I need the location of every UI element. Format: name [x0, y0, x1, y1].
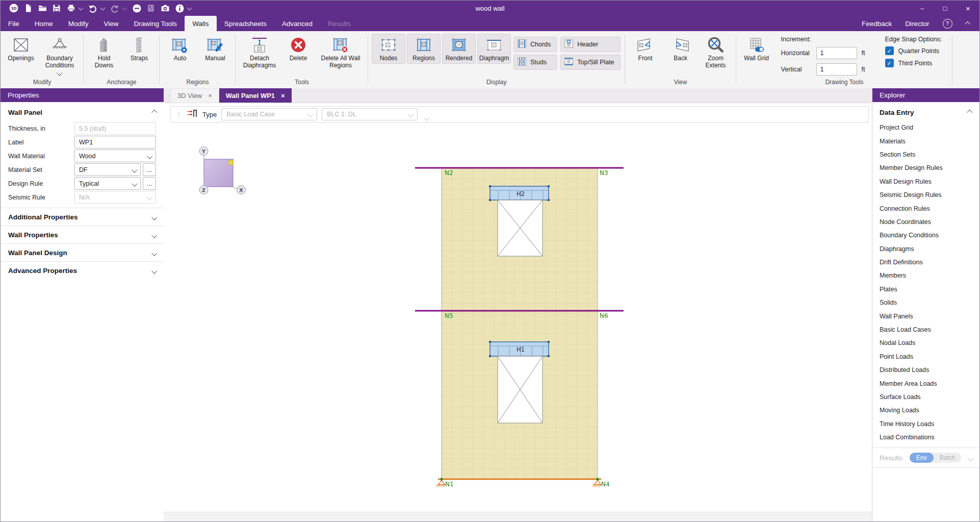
design-rule-select[interactable]: Typical — [74, 177, 141, 190]
explorer-item-moving-loads[interactable]: Moving Loads — [872, 404, 979, 417]
display-regions-toggle[interactable]: Regions — [407, 34, 441, 64]
menu-tab-drawing-tools[interactable]: Drawing Tools — [126, 16, 185, 31]
results-mode-toggle[interactable]: Env Batch — [910, 453, 961, 463]
print-dropdown-icon[interactable] — [79, 5, 84, 10]
openings-button[interactable]: Openings — [4, 34, 38, 64]
explorer-item-section-sets[interactable]: Section Sets — [872, 148, 979, 161]
delete-button[interactable]: Delete — [281, 34, 315, 64]
display-diaphragm-toggle[interactable]: Diaphragm — [477, 34, 511, 64]
close-3d-view-icon[interactable]: × — [208, 92, 212, 100]
explorer-item-time-history-loads[interactable]: Time History Loads — [872, 417, 979, 431]
report-icon[interactable] — [145, 3, 157, 14]
explorer-item-nodal-loads[interactable]: Nodal Loads — [872, 336, 979, 350]
menu-tab-home[interactable]: Home — [27, 16, 61, 31]
display-chords-toggle[interactable]: Chords — [513, 37, 557, 52]
header-h1[interactable]: H1 — [489, 341, 550, 357]
wall-panel-canvas[interactable]: ⋮ Type Basic Load Case BLC 1: DL — [164, 103, 872, 512]
explorer-item-surface-loads[interactable]: Surface Loads — [872, 390, 979, 404]
explorer-item-member-design-rules[interactable]: Member Design Rules — [872, 161, 979, 175]
front-view-button[interactable]: Front — [629, 34, 662, 64]
collapse-ribbon-icon[interactable] — [965, 22, 970, 28]
explorer-item-plates[interactable]: Plates — [872, 283, 979, 296]
display-studs-toggle[interactable]: Studs — [513, 55, 557, 70]
minimize-button[interactable]: – — [911, 1, 934, 16]
data-entry-section-header[interactable]: Data Entry — [872, 102, 979, 121]
explorer-item-solids[interactable]: Solids — [872, 296, 979, 309]
maximize-button[interactable]: □ — [934, 1, 957, 16]
results-batch-option[interactable]: Batch — [934, 453, 962, 463]
explorer-item-seismic-design-rules[interactable]: Seismic Design Rules — [872, 188, 979, 202]
info-dropdown-icon[interactable] — [187, 5, 192, 10]
wall-material-select[interactable]: Wood — [74, 150, 156, 162]
solve-minus-icon[interactable] — [131, 3, 143, 14]
advanced-properties-section[interactable]: Advanced Properties — [1, 261, 164, 279]
back-view-button[interactable]: Back — [664, 34, 698, 64]
close-wall-panel-wp1-icon[interactable]: × — [281, 92, 285, 100]
delete-all-wall-regions-button[interactable]: Delete All Wall Regions — [317, 34, 365, 71]
hold-downs-button[interactable]: Hold Downs — [87, 34, 121, 71]
tab-3d-view[interactable]: 3D View × — [170, 88, 219, 103]
camera-icon[interactable] — [159, 3, 171, 14]
menu-tab-file[interactable]: File — [1, 16, 27, 31]
info-icon[interactable] — [173, 3, 186, 14]
boundary-conditions-button[interactable]: Boundary Conditions — [39, 34, 80, 76]
explorer-item-materials[interactable]: Materials — [872, 134, 979, 147]
explorer-item-drift-definitions[interactable]: Drift Definitions — [872, 256, 979, 269]
additional-properties-section[interactable]: Additional Properties — [1, 208, 164, 226]
explorer-item-load-combinations[interactable]: Load Combinations — [872, 431, 979, 444]
material-set-more-button[interactable]: … — [143, 163, 156, 176]
menu-tab-modify[interactable]: Modify — [61, 16, 96, 31]
wall-panel-design-section[interactable]: Wall Panel Design — [1, 243, 164, 261]
results-expand-icon[interactable] — [968, 455, 973, 461]
explorer-item-wall-panels[interactable]: Wall Panels — [872, 309, 979, 322]
menu-tab-walls[interactable]: Walls — [185, 16, 217, 31]
toolbar-overflow-dropdown[interactable] — [422, 113, 431, 122]
design-rule-more-button[interactable]: … — [143, 177, 156, 190]
redo-icon[interactable] — [109, 3, 121, 14]
display-top-sill-plate-toggle[interactable]: Top/Sill Plate — [560, 55, 620, 70]
results-env-option[interactable]: Env — [910, 453, 934, 463]
zoom-extents-button[interactable]: Zoom Extents — [699, 34, 733, 71]
explorer-item-boundary-conditions[interactable]: Boundary Conditions — [872, 229, 979, 242]
horizontal-scrollbar[interactable] — [164, 512, 872, 521]
explorer-item-distributed-loads[interactable]: Distributed Loads — [872, 363, 979, 377]
explorer-item-project-grid[interactable]: Project Grid — [872, 121, 979, 134]
third-points-checkbox[interactable]: ✓ — [885, 59, 894, 67]
tab-wall-panel-wp1[interactable]: Wall Panel WP1 × — [219, 88, 292, 103]
menu-tab-spreadsheets[interactable]: Spreadsheets — [217, 16, 274, 31]
opening-lower[interactable] — [498, 356, 543, 423]
open-file-icon[interactable] — [36, 3, 48, 14]
explorer-item-members[interactable]: Members — [872, 269, 979, 282]
vertical-increment-input[interactable]: 1 — [816, 63, 857, 76]
material-set-select[interactable]: DF — [74, 163, 141, 176]
undo-dropdown-icon[interactable] — [100, 5, 106, 10]
help-icon[interactable]: ? — [943, 19, 952, 29]
explorer-item-wall-design-rules[interactable]: Wall Design Rules — [872, 175, 979, 188]
explorer-item-basic-load-cases[interactable]: Basic Load Cases — [872, 323, 979, 336]
close-button[interactable]: × — [957, 1, 979, 16]
wall-properties-section[interactable]: Wall Properties — [1, 226, 164, 243]
explorer-item-member-area-loads[interactable]: Member Area Loads — [872, 377, 979, 390]
new-file-icon[interactable] — [22, 3, 34, 14]
menu-tab-advanced[interactable]: Advanced — [274, 16, 320, 31]
display-header-toggle[interactable]: Header — [560, 37, 620, 52]
undo-icon[interactable] — [87, 3, 99, 14]
wall-panel-drawing[interactable]: H2 H1 N2 N3 N5 N6 N1 — [164, 103, 873, 514]
display-rendered-toggle[interactable]: Rendered — [442, 34, 476, 64]
toolbar-grip-icon[interactable]: ⋮ — [175, 111, 182, 118]
detach-diaphragms-button[interactable]: Detach Diaphragms — [239, 34, 280, 71]
manual-regions-button[interactable]: Manual — [198, 34, 232, 64]
auto-regions-button[interactable]: Auto — [163, 34, 197, 64]
explorer-item-point-loads[interactable]: Point Loads — [872, 350, 979, 363]
quarter-points-checkbox[interactable]: ✓ — [885, 46, 894, 55]
header-h2[interactable]: H2 — [489, 185, 550, 201]
explorer-item-node-coordinates[interactable]: Node Coordinates — [872, 215, 979, 229]
wall-panel-section-header[interactable]: Wall Panel — [6, 102, 159, 121]
explorer-item-connection-rules[interactable]: Connection Rules — [872, 202, 979, 215]
menu-tab-view[interactable]: View — [96, 16, 126, 31]
label-input[interactable]: WP1 — [74, 136, 156, 148]
opening-upper[interactable] — [498, 200, 543, 256]
redo-dropdown-icon[interactable] — [122, 5, 127, 10]
feedback-link[interactable]: Feedback — [862, 20, 892, 28]
straps-button[interactable]: Straps — [122, 34, 156, 64]
